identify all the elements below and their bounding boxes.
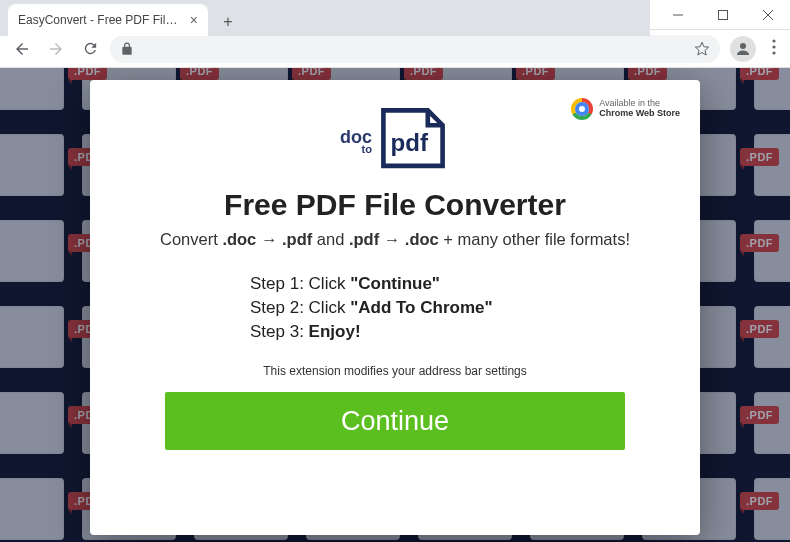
step-label: Step 2: Click	[250, 298, 350, 317]
app-logo: doc to pdf	[340, 106, 450, 178]
padlock-icon	[120, 42, 134, 56]
tab-title: EasyConvert - Free PDF File Conv	[18, 13, 184, 27]
kebab-icon	[772, 39, 776, 55]
pdf-badge: .PDF	[180, 68, 219, 80]
sub-mid: and	[312, 230, 349, 248]
step-label: Step 1: Click	[250, 274, 350, 293]
step-2: Step 2: Click "Add To Chrome"	[250, 298, 493, 318]
sub-pdf2: .pdf	[349, 230, 379, 248]
reload-icon	[82, 40, 99, 57]
address-bar[interactable]	[110, 35, 720, 63]
pdf-thumbnail: .PDF	[0, 68, 64, 110]
chrome-web-store-label: Available in the Chrome Web Store	[599, 99, 680, 119]
pdf-thumbnail: .PDF	[0, 392, 64, 454]
svg-point-5	[772, 39, 775, 42]
step-label: Step 3:	[250, 322, 309, 341]
back-button[interactable]	[8, 35, 36, 63]
svg-point-6	[772, 45, 775, 48]
logo-pdf-box: pdf	[376, 106, 450, 178]
sub-arrow1: →	[256, 230, 282, 248]
chrome-web-store-badge[interactable]: Available in the Chrome Web Store	[571, 98, 680, 120]
pdf-thumbnail: .PDF	[0, 306, 64, 368]
pdf-badge: .PDF	[628, 68, 667, 80]
svg-point-7	[772, 51, 775, 54]
step-bold: "Add To Chrome"	[350, 298, 492, 317]
pdf-thumbnail: .PDF	[754, 306, 790, 368]
close-window-button[interactable]	[745, 0, 790, 30]
pdf-badge: .PDF	[740, 68, 779, 80]
sub-arrow2: →	[379, 230, 405, 248]
subtitle: Convert .doc → .pdf and .pdf → .doc + ma…	[160, 228, 630, 250]
promo-popup-card: Available in the Chrome Web Store doc to…	[90, 80, 700, 535]
pdf-badge: .PDF	[516, 68, 555, 80]
sub-doc: .doc	[222, 230, 256, 248]
maximize-icon	[717, 9, 729, 21]
step-1: Step 1: Click "Continue"	[250, 274, 493, 294]
back-arrow-icon	[13, 40, 31, 58]
disclaimer-text: This extension modifies your address bar…	[263, 364, 526, 378]
sub-prefix: Convert	[160, 230, 222, 248]
page-viewport: .PDF.PDF.PDF.PDF.PDF.PDF.PDF.PDF.PDF.PDF…	[0, 68, 790, 542]
pdf-badge: .PDF	[740, 320, 779, 338]
reload-button[interactable]	[76, 35, 104, 63]
bookmark-star-icon[interactable]	[694, 41, 710, 57]
profile-avatar-button[interactable]	[730, 36, 756, 62]
new-tab-button[interactable]: +	[214, 8, 242, 36]
url-input[interactable]	[142, 41, 686, 56]
pdf-thumbnail: .PDF	[754, 220, 790, 282]
minimize-button[interactable]	[655, 0, 700, 30]
step-bold: "Continue"	[350, 274, 440, 293]
svg-rect-1	[718, 10, 727, 19]
browser-menu-button[interactable]	[766, 39, 782, 59]
svg-point-4	[740, 43, 746, 49]
pdf-badge: .PDF	[740, 234, 779, 252]
close-tab-icon[interactable]: ×	[190, 12, 198, 28]
pdf-badge: .PDF	[68, 68, 107, 80]
pdf-thumbnail: .PDF	[0, 478, 64, 540]
continue-button[interactable]: Continue	[165, 392, 625, 450]
logo-pdf-text: pdf	[391, 129, 429, 156]
forward-arrow-icon	[47, 40, 65, 58]
document-icon: pdf	[376, 106, 450, 174]
pdf-thumbnail: .PDF	[754, 134, 790, 196]
minimize-icon	[672, 9, 684, 21]
steps-list: Step 1: Click "Continue"Step 2: Click "A…	[250, 270, 493, 346]
pdf-thumbnail: .PDF	[754, 392, 790, 454]
pdf-badge: .PDF	[740, 148, 779, 166]
pdf-thumbnail: .PDF	[754, 68, 790, 110]
sub-suffix: + many other file formats!	[439, 230, 630, 248]
cws-line2: Chrome Web Store	[599, 109, 680, 119]
sub-pdf: .pdf	[282, 230, 312, 248]
tab-strip: EasyConvert - Free PDF File Conv × +	[0, 0, 650, 36]
pdf-badge: .PDF	[740, 406, 779, 424]
pdf-thumbnail: .PDF	[0, 134, 64, 196]
pdf-badge: .PDF	[292, 68, 331, 80]
step-3: Step 3: Enjoy!	[250, 322, 493, 342]
logo-doc-text: doc to	[340, 129, 372, 155]
pdf-badge: .PDF	[740, 492, 779, 510]
forward-button[interactable]	[42, 35, 70, 63]
pdf-badge: .PDF	[404, 68, 443, 80]
browser-tab[interactable]: EasyConvert - Free PDF File Conv ×	[8, 4, 208, 36]
maximize-button[interactable]	[700, 0, 745, 30]
pdf-thumbnail: .PDF	[0, 220, 64, 282]
step-bold: Enjoy!	[309, 322, 361, 341]
chrome-icon	[571, 98, 593, 120]
pdf-thumbnail: .PDF	[754, 478, 790, 540]
close-icon	[762, 9, 774, 21]
sub-doc2: .doc	[405, 230, 439, 248]
profile-icon	[734, 40, 752, 58]
page-title: Free PDF File Converter	[224, 188, 566, 222]
